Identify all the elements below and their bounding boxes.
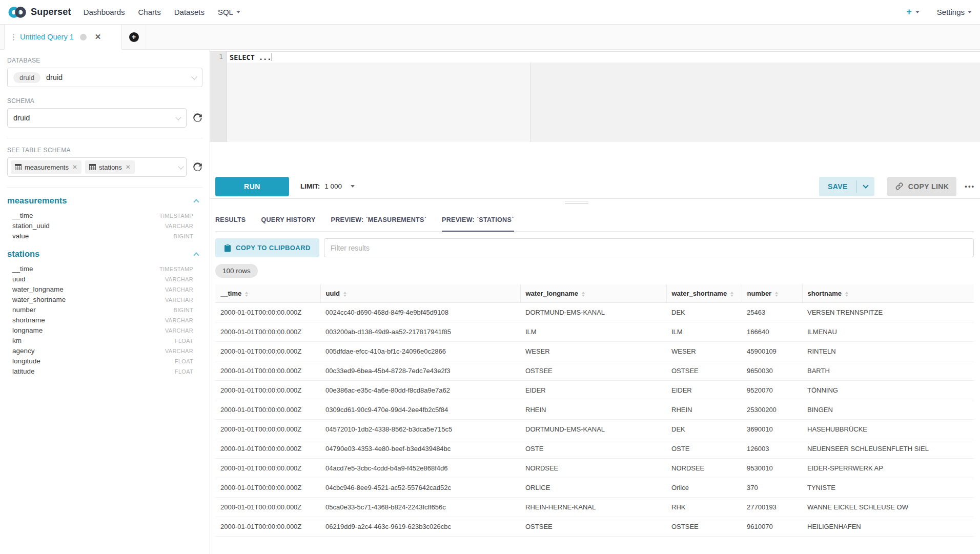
table-cell: DEK: [666, 420, 742, 439]
sort-icon[interactable]: [343, 292, 346, 297]
table-cell: 2000-01-01T00:00:00.000Z: [215, 420, 320, 439]
table-cell: 2000-01-01T00:00:00.000Z: [215, 381, 320, 400]
schema-column-row: __timeTIMESTAMP: [7, 210, 202, 220]
table-cell: 25300200: [742, 400, 802, 420]
copy-to-clipboard-button[interactable]: COPY TO CLIPBOARD: [215, 238, 319, 257]
nav-charts[interactable]: Charts: [138, 8, 161, 16]
table-cell: 2000-01-01T00:00:00.000Z: [215, 303, 320, 322]
table-cell: DORTMUND-EMS-KANAL: [520, 303, 666, 322]
table-cell: Orlice: [666, 478, 742, 498]
column-type: VARCHAR: [165, 223, 193, 229]
table-cell: 9650030: [742, 361, 802, 381]
text-cursor: [272, 53, 272, 61]
schema-table-header[interactable]: stations: [7, 249, 200, 259]
filter-results-input[interactable]: [324, 238, 974, 257]
settings-label: Settings: [937, 8, 965, 16]
table-cell: 370: [742, 478, 802, 498]
nav-sql[interactable]: SQL: [218, 8, 240, 16]
more-menu-icon[interactable]: •••: [965, 182, 975, 190]
table-cell: EIDER: [666, 381, 742, 400]
tab-results[interactable]: RESULTS: [215, 209, 246, 232]
column-name: water_longname: [12, 285, 165, 293]
superset-brand[interactable]: Superset: [8, 6, 71, 18]
table-row: 2000-01-01T00:00:00.000Z04572010-1db2-43…: [215, 420, 974, 439]
editor-code-area[interactable]: SELECT ...: [227, 52, 980, 142]
column-header[interactable]: water_shortname: [666, 284, 742, 303]
refresh-tables-icon[interactable]: [193, 162, 202, 172]
table-cell: RHEIN: [666, 400, 742, 420]
save-button[interactable]: SAVE: [819, 177, 856, 196]
sort-icon[interactable]: [245, 292, 248, 297]
schema-select[interactable]: druid: [7, 108, 187, 128]
table-cell: NORDSEE: [520, 459, 666, 478]
table-row: 2000-01-01T00:00:00.000Z003200ab-d138-49…: [215, 322, 974, 342]
chevron-up-icon[interactable]: [193, 199, 199, 204]
column-header[interactable]: shortname: [802, 284, 974, 303]
column-header[interactable]: __time: [215, 284, 320, 303]
sort-icon[interactable]: [582, 292, 585, 297]
column-header[interactable]: uuid: [320, 284, 520, 303]
splitter-handle-icon[interactable]: [565, 201, 588, 206]
schema-column-row: kmFLOAT: [7, 335, 202, 345]
limit-dropdown[interactable]: LIMIT: 1 000: [300, 182, 355, 190]
schema-column-row: agencyVARCHAR: [7, 345, 202, 356]
chevron-up-icon[interactable]: [193, 252, 199, 258]
link-icon: [895, 182, 904, 191]
schema-column-row: longnameVARCHAR: [7, 325, 202, 335]
table-cell: 2000-01-01T00:00:00.000Z: [215, 342, 320, 361]
nav-dashboards[interactable]: Dashboards: [84, 8, 125, 16]
query-status-dot: [80, 34, 87, 40]
save-dropdown-button[interactable]: [857, 177, 874, 196]
tab-preview-stations[interactable]: PREVIEW: `STATIONS`: [442, 209, 514, 232]
table-row: 2000-01-01T00:00:00.000Z04790e03-4353-4e…: [215, 439, 974, 459]
superset-logo-icon: [8, 6, 27, 18]
add-query-tab: +: [122, 25, 146, 49]
table-cell: 2000-01-01T00:00:00.000Z: [215, 517, 320, 537]
drag-handle-icon[interactable]: [13, 33, 14, 41]
table-cell: EIDER: [520, 381, 666, 400]
refresh-schema-icon[interactable]: [193, 113, 202, 123]
query-tab-active[interactable]: Untitled Query 1 ✕: [4, 25, 122, 50]
settings-menu[interactable]: Settings: [937, 8, 972, 16]
column-type: TIMESTAMP: [159, 213, 193, 219]
navbar: Superset Dashboards Charts Datasets SQL …: [0, 0, 980, 25]
column-type: VARCHAR: [165, 297, 193, 303]
table-cell: 05ca0e33-5c71-4368-b824-2243fcff656c: [320, 498, 520, 517]
table-cell: HASEHUBBRÜCKE: [802, 420, 974, 439]
sql-editor[interactable]: 1 SELECT ...: [210, 51, 980, 142]
close-icon[interactable]: ✕: [126, 163, 131, 171]
table-cell: OSTE: [666, 439, 742, 459]
table-cell: 005dfdae-efcc-410a-bf1c-24096e0c2866: [320, 342, 520, 361]
table-chip-measurements: measurements ✕: [11, 160, 81, 174]
table-row: 2000-01-01T00:00:00.000Z05ca0e33-5c71-43…: [215, 498, 974, 517]
sort-icon[interactable]: [730, 292, 733, 297]
column-header[interactable]: number: [742, 284, 802, 303]
table-icon: [15, 164, 22, 170]
database-select[interactable]: druid druid: [7, 68, 202, 87]
copy-link-button[interactable]: COPY LINK: [887, 177, 957, 196]
tab-preview-measurements[interactable]: PREVIEW: `MEASUREMENTS`: [331, 209, 427, 232]
results-tabs: RESULTS QUERY HISTORY PREVIEW: `MEASUREM…: [215, 209, 974, 232]
table-cell: 2000-01-01T00:00:00.000Z: [215, 361, 320, 381]
table-schema-label: SEE TABLE SCHEMA: [7, 147, 202, 154]
new-menu-button[interactable]: +: [906, 7, 920, 17]
tab-query-history[interactable]: QUERY HISTORY: [261, 209, 316, 232]
run-button[interactable]: RUN: [215, 177, 289, 196]
table-cell: 00e386ac-e35c-4a6e-80dd-f8cd8a9e7a62: [320, 381, 520, 400]
table-row: 2000-01-01T00:00:00.000Z00c33ed9-6bea-45…: [215, 361, 974, 381]
close-icon[interactable]: ✕: [72, 163, 77, 171]
schema-column-row: water_longnameVARCHAR: [7, 284, 202, 294]
results-actions: COPY TO CLIPBOARD: [215, 238, 974, 257]
table-cell: 166640: [742, 322, 802, 342]
nav-datasets[interactable]: Datasets: [174, 8, 205, 16]
schema-table-header[interactable]: measurements: [7, 196, 200, 206]
sort-icon[interactable]: [845, 292, 848, 297]
table-cell: 003200ab-d138-49d9-aa52-217817941f85: [320, 322, 520, 342]
pane-splitter[interactable]: [210, 198, 980, 206]
close-icon[interactable]: ✕: [95, 32, 101, 42]
table-schema-select[interactable]: measurements ✕ stations ✕: [7, 157, 187, 177]
add-tab-icon[interactable]: +: [129, 32, 139, 42]
limit-label: LIMIT:: [300, 182, 320, 190]
column-header[interactable]: water_longname: [520, 284, 666, 303]
sort-icon[interactable]: [775, 292, 778, 297]
